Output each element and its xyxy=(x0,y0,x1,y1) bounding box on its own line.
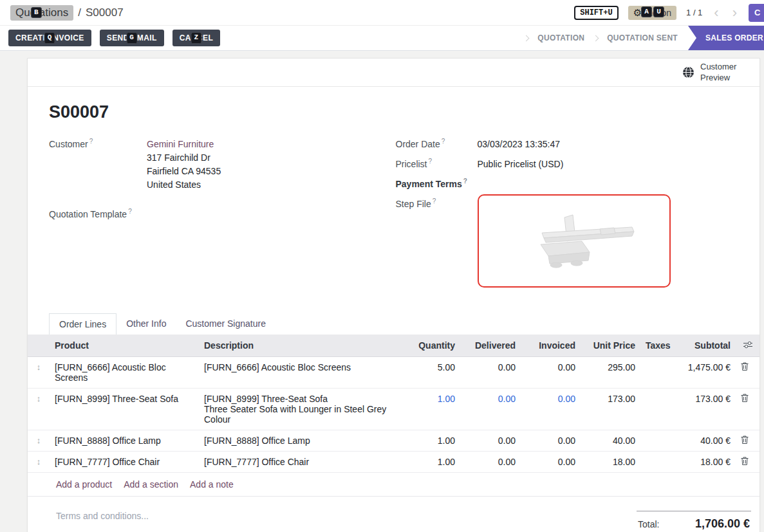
pager-previous-icon[interactable]: ‹ xyxy=(712,6,720,20)
add-a-product-link[interactable]: Add a product xyxy=(56,479,112,490)
total-label: Total: xyxy=(638,519,659,529)
help-icon: ? xyxy=(429,158,433,165)
sheet-footer: Terms and conditions... Total: 1,706.00 … xyxy=(28,497,759,532)
cell-invoiced[interactable]: 0.00 xyxy=(521,389,581,430)
cancel-button[interactable]: CANCEL Z xyxy=(172,30,220,46)
quotation-template-value[interactable] xyxy=(147,208,172,221)
cell-delivered[interactable]: 0.00 xyxy=(460,430,521,452)
customer-preview-button[interactable]: Customer Preview xyxy=(682,62,743,83)
cell-description[interactable]: [FURN_7777] Office Chair xyxy=(199,452,400,473)
cell-product[interactable]: [FURN_8999] Three-Seat Sofa xyxy=(50,389,199,430)
delete-line-icon[interactable] xyxy=(741,436,749,444)
cell-unit-price[interactable]: 18.00 xyxy=(581,452,640,473)
cell-taxes[interactable] xyxy=(640,357,671,389)
optional-columns-icon[interactable] xyxy=(743,341,752,349)
drag-handle-icon[interactable]: ↕ xyxy=(28,430,50,452)
column-header-taxes: Taxes xyxy=(640,335,671,357)
top-header-bar: Quotations B / S00007 SHIFT+U ⚙ Action A… xyxy=(0,0,764,26)
customer-label: Customer? xyxy=(49,138,147,149)
cell-description[interactable]: [FURN_6666] Acoustic Bloc Screens xyxy=(199,357,400,389)
shortcut-hint-badge: G xyxy=(126,32,137,44)
order-date-label: Order Date? xyxy=(396,138,478,149)
statusbar: QUOTATION QUOTATION SENT SALES ORDER xyxy=(524,26,764,50)
breadcrumb-current: S00007 xyxy=(86,6,124,19)
help-icon: ? xyxy=(442,138,445,145)
globe-icon xyxy=(682,66,694,78)
order-line-row: ↕ [FURN_6666] Acoustic Bloc Screens [FUR… xyxy=(28,357,759,389)
statusbar-chevron-icon xyxy=(523,35,530,41)
cell-invoiced[interactable]: 0.00 xyxy=(521,357,581,389)
cell-delivered[interactable]: 0.00 xyxy=(460,389,521,430)
cell-taxes[interactable] xyxy=(640,430,671,452)
delete-line-icon[interactable] xyxy=(741,362,749,371)
tab-order-lines[interactable]: Order Lines xyxy=(49,313,116,335)
send-email-button[interactable]: SEND EMAIL G xyxy=(100,30,164,46)
breadcrumb-quotations[interactable]: Quotations B xyxy=(10,5,73,21)
customer-link[interactable]: Gemini Furniture xyxy=(147,139,214,149)
cell-invoiced[interactable]: 0.00 xyxy=(521,452,581,473)
statusbar-stage-sales-order[interactable]: SALES ORDER xyxy=(688,26,764,50)
cell-delivered[interactable]: 0.00 xyxy=(460,357,521,389)
statusbar-stage-quotation-sent[interactable]: QUOTATION SENT xyxy=(607,33,678,42)
pricelist-value[interactable]: Public Pricelist (USD) xyxy=(478,158,564,171)
shortcut-hint-shift-u: SHIFT+U xyxy=(574,6,618,20)
gear-icon: ⚙ xyxy=(633,8,642,17)
shortcut-hint-badge: Q xyxy=(44,32,55,44)
shortcut-hint-badge: A xyxy=(641,6,652,18)
pager-next-icon[interactable]: › xyxy=(731,6,739,20)
payment-terms-value[interactable] xyxy=(478,178,503,191)
terms-and-conditions-input[interactable]: Terms and conditions... xyxy=(56,511,149,521)
create-button[interactable]: C xyxy=(749,4,764,22)
cell-delete xyxy=(736,357,759,389)
step-file-image[interactable] xyxy=(478,194,671,288)
field-order-date: Order Date? 03/03/2023 13:35:47 xyxy=(396,138,739,151)
cell-description[interactable]: [FURN_8999] Three-Seat Sofa Three Seater… xyxy=(199,389,400,430)
cell-description[interactable]: [FURN_8888] Office Lamp xyxy=(199,430,400,452)
cell-product[interactable]: [FURN_6666] Acoustic Bloc Screens xyxy=(50,357,199,389)
drag-handle-icon[interactable]: ↕ xyxy=(28,357,50,389)
cell-delete xyxy=(736,452,759,473)
cell-unit-price[interactable]: 173.00 xyxy=(581,389,640,430)
field-column-right: Order Date? 03/03/2023 13:35:47 Pricelis… xyxy=(396,138,739,294)
drag-handle-icon[interactable]: ↕ xyxy=(28,389,50,430)
payment-terms-label: Payment Terms? xyxy=(396,178,478,189)
delete-line-icon[interactable] xyxy=(741,394,749,402)
cell-unit-price[interactable]: 295.00 xyxy=(581,357,640,389)
order-date-value[interactable]: 03/03/2023 13:35:47 xyxy=(478,138,560,151)
add-a-note-link[interactable]: Add a note xyxy=(190,479,234,490)
delete-line-icon[interactable] xyxy=(741,457,749,465)
cell-subtotal: 1,475.00 € xyxy=(671,357,736,389)
cell-invoiced[interactable]: 0.00 xyxy=(521,430,581,452)
cell-taxes[interactable] xyxy=(640,452,671,473)
total-box: Total: 1,706.00 € xyxy=(637,511,751,532)
create-invoice-button[interactable]: CREATE INVOICE Q xyxy=(8,30,91,46)
breadcrumb: Quotations B / S00007 xyxy=(10,5,124,21)
create-button-label: C xyxy=(754,8,760,17)
shortcut-hint-badge: U xyxy=(653,6,664,18)
cell-quantity[interactable]: 1.00 xyxy=(400,389,460,430)
action-menu-button[interactable]: ⚙ Action A U xyxy=(628,6,676,20)
drag-handle-icon[interactable]: ↕ xyxy=(28,452,50,473)
add-a-section-link[interactable]: Add a section xyxy=(124,479,178,490)
pager-count: 1 / 1 xyxy=(686,8,702,17)
cell-quantity[interactable]: 1.00 xyxy=(400,452,460,473)
field-column-left: Customer? Gemini Furniture 317 Fairchild… xyxy=(49,138,392,294)
field-step-file: Step File? xyxy=(396,197,739,288)
tab-customer-signature[interactable]: Customer Signature xyxy=(176,313,275,335)
cell-delivered[interactable]: 0.00 xyxy=(460,452,521,473)
customer-address-line: 317 Fairchild Dr xyxy=(147,151,221,165)
help-icon: ? xyxy=(89,138,93,145)
cell-product[interactable]: [FURN_8888] Office Lamp xyxy=(50,430,199,452)
tab-other-info[interactable]: Other Info xyxy=(116,313,176,335)
cell-quantity[interactable]: 1.00 xyxy=(400,430,460,452)
statusbar-stage-quotation[interactable]: QUOTATION xyxy=(537,33,584,42)
cell-quantity[interactable]: 5.00 xyxy=(400,357,460,389)
list-footer-links: Add a product Add a section Add a note xyxy=(28,473,759,497)
cell-taxes[interactable] xyxy=(640,389,671,430)
cell-subtotal: 173.00 € xyxy=(671,389,736,430)
cell-subtotal: 40.00 € xyxy=(671,430,736,452)
order-line-row: ↕ [FURN_8888] Office Lamp [FURN_8888] Of… xyxy=(28,430,759,452)
cell-unit-price[interactable]: 40.00 xyxy=(581,430,640,452)
control-panel: CREATE INVOICE Q SEND EMAIL G CANCEL Z Q… xyxy=(0,26,764,51)
cell-product[interactable]: [FURN_7777] Office Chair xyxy=(50,452,199,473)
